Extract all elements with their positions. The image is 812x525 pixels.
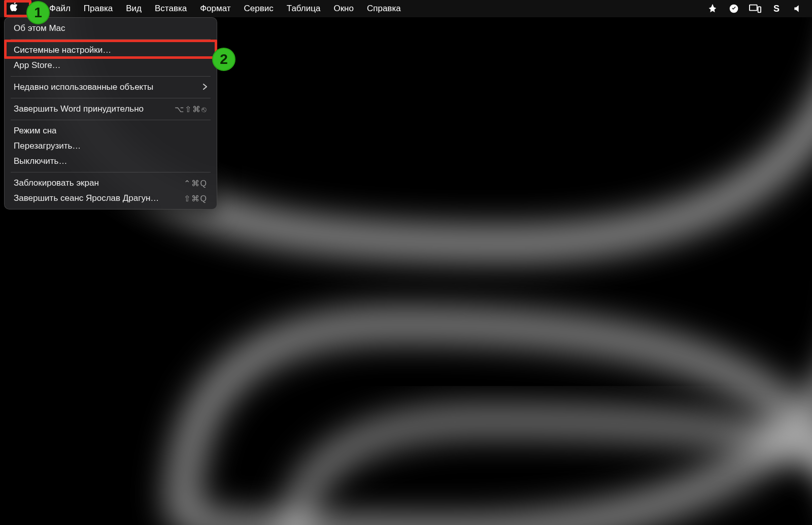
apple-menu-button[interactable]	[0, 0, 25, 17]
menu-edit[interactable]: Правка	[77, 0, 119, 17]
menu-lock-screen[interactable]: Заблокировать экран ⌃⌘Q	[5, 176, 217, 191]
menu-file[interactable]: Файл	[43, 0, 77, 17]
menu-sleep[interactable]: Режим сна	[5, 123, 217, 138]
apple-logo-icon	[9, 3, 18, 14]
menu-item-label: Перезагрузить…	[14, 141, 81, 151]
menu-shutdown[interactable]: Выключить…	[5, 154, 217, 169]
tray-s-icon[interactable]: S	[770, 3, 783, 15]
menu-restart[interactable]: Перезагрузить…	[5, 138, 217, 154]
menu-about-mac[interactable]: Об этом Mac	[5, 21, 217, 36]
menu-help[interactable]: Справка	[360, 0, 408, 17]
menu-item-label: Выключить…	[14, 156, 67, 166]
menu-view[interactable]: Вид	[119, 0, 148, 17]
apple-menu-dropdown: Об этом Mac Системные настройки… App Sto…	[4, 17, 217, 209]
app-name[interactable]: rd	[25, 0, 43, 17]
tray-display-icon[interactable]	[749, 3, 761, 15]
menu-separator	[11, 120, 211, 120]
menubar-right: S	[706, 3, 807, 15]
svg-text:S: S	[773, 4, 780, 14]
tray-check-icon[interactable]	[728, 3, 740, 15]
menu-item-label: Об этом Mac	[14, 23, 65, 33]
menubar: rd Файл Правка Вид Вставка Формат Сервис…	[0, 0, 812, 17]
menu-system-settings[interactable]: Системные настройки…	[5, 43, 217, 58]
menu-shortcut: ⌃⌘Q	[184, 179, 208, 188]
menu-item-label: Режим сна	[14, 126, 56, 136]
menu-separator	[11, 76, 211, 77]
menu-item-label: Заблокировать экран	[14, 178, 99, 188]
menu-item-label: Недавно использованные объекты	[14, 82, 153, 92]
chevron-right-icon	[202, 83, 208, 91]
menu-force-quit[interactable]: Завершить Word принудительно ⌥⇧⌘⎋	[5, 101, 217, 117]
menu-separator	[11, 39, 211, 40]
menu-item-label: App Store…	[14, 60, 61, 71]
tray-rocket-icon[interactable]	[706, 3, 719, 15]
menu-separator	[11, 172, 211, 172]
menu-shortcut: ⌥⇧⌘⎋	[175, 104, 208, 114]
menu-shortcut: ⇧⌘Q	[184, 194, 208, 203]
menu-tools[interactable]: Сервис	[238, 0, 280, 17]
menu-window[interactable]: Окно	[327, 0, 360, 17]
menu-separator	[11, 98, 211, 98]
menu-item-label: Завершить Word принудительно	[14, 104, 144, 114]
svg-rect-2	[758, 7, 761, 12]
menu-format[interactable]: Формат	[193, 0, 237, 17]
menu-log-out[interactable]: Завершить сеанс Ярослав Драгун… ⇧⌘Q	[5, 191, 217, 206]
svg-rect-1	[750, 5, 757, 11]
menu-item-label: Системные настройки…	[14, 45, 111, 55]
menu-item-label: Завершить сеанс Ярослав Драгун…	[14, 193, 159, 203]
menu-app-store[interactable]: App Store…	[5, 58, 217, 73]
menu-table[interactable]: Таблица	[280, 0, 327, 17]
menubar-left: rd Файл Правка Вид Вставка Формат Сервис…	[0, 0, 408, 17]
tray-volume-icon[interactable]	[792, 3, 804, 15]
menu-insert[interactable]: Вставка	[148, 0, 193, 17]
menu-recent-items[interactable]: Недавно использованные объекты	[5, 80, 217, 95]
